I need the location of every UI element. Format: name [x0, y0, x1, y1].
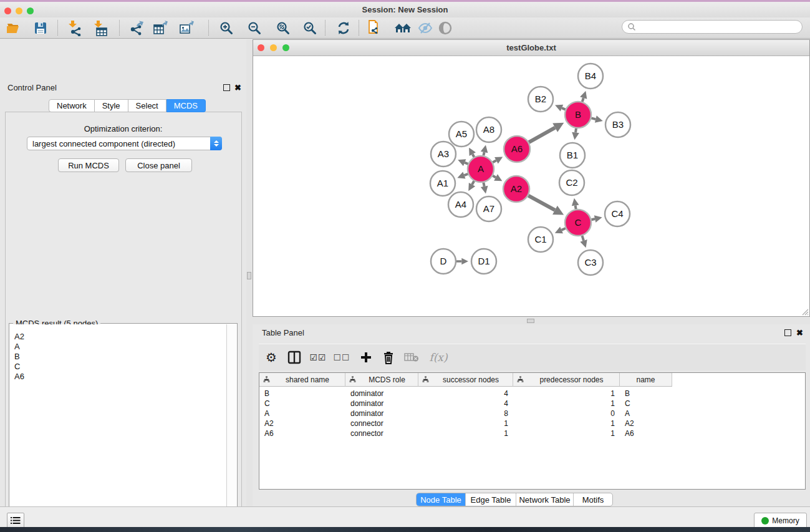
delete-table-button[interactable]	[402, 349, 421, 366]
list-item[interactable]: A	[14, 342, 226, 352]
criterion-dropdown[interactable]: largest connected component (directed)	[27, 137, 222, 150]
vertical-splitter-handle[interactable]	[247, 272, 251, 279]
zoom-traffic-light[interactable]	[282, 44, 289, 51]
zoom-selected-button[interactable]	[301, 19, 319, 37]
zoom-fit-button[interactable]	[274, 19, 292, 37]
graph-edge-C-C3[interactable]	[582, 236, 584, 241]
table-cell[interactable]: dominator	[345, 399, 418, 409]
graph-edge-B-B1[interactable]	[576, 128, 576, 133]
tab-select[interactable]: Select	[128, 99, 166, 112]
float-panel-icon[interactable]	[784, 329, 791, 336]
graph-node-A1[interactable]: A1	[430, 171, 455, 196]
minimize-traffic-light[interactable]	[270, 44, 277, 51]
save-session-button[interactable]	[32, 19, 49, 37]
table-cell[interactable]: 1	[513, 389, 620, 399]
column-header-mcds-role[interactable]: MCDS role	[345, 373, 418, 387]
table-cell[interactable]: A2	[259, 418, 345, 428]
graph-node-C3[interactable]: C3	[578, 250, 603, 275]
table-cell[interactable]: dominator	[345, 389, 418, 399]
tab-style[interactable]: Style	[95, 99, 128, 112]
network-canvas[interactable]: B4B2BB3A8A5A6A3B1AA1C2A2A4A7C4CC1DC3D1	[253, 56, 809, 317]
float-panel-icon[interactable]	[223, 84, 230, 91]
close-panel-button[interactable]: Close panel	[125, 158, 192, 172]
table-cell[interactable]: 4	[418, 389, 513, 399]
zoom-traffic-light[interactable]	[27, 7, 34, 14]
search-field[interactable]	[622, 20, 803, 34]
graph-edge-B-B4[interactable]	[582, 98, 584, 102]
table-cell[interactable]: 1	[418, 418, 513, 428]
graph-node-A2[interactable]: A2	[503, 176, 529, 202]
horizontal-splitter-handle[interactable]	[527, 319, 534, 323]
graph-node-A6[interactable]: A6	[504, 136, 530, 162]
graph-node-C4[interactable]: C4	[605, 201, 630, 226]
graph-node-A4[interactable]: A4	[448, 192, 473, 217]
graph-node-A8[interactable]: A8	[476, 117, 501, 142]
graph-node-D1[interactable]: D1	[471, 249, 496, 274]
graph-node-B4[interactable]: B4	[578, 64, 603, 89]
delete-columns-button[interactable]	[379, 349, 398, 366]
table-cell[interactable]: dominator	[345, 409, 418, 418]
table-row[interactable]: C dominator 4 1 C	[259, 399, 672, 409]
graph-edge-C-C4[interactable]	[591, 219, 595, 220]
table-cell[interactable]: 1	[513, 428, 620, 438]
table-cell[interactable]: B	[620, 389, 672, 399]
select-all-columns-button[interactable]: ☑☑	[309, 349, 327, 366]
column-header-shared-name[interactable]: shared name	[259, 373, 345, 387]
graph-edge-A-A2[interactable]	[493, 176, 496, 178]
table-cell[interactable]: 8	[418, 409, 513, 418]
table-row[interactable]: A6 connector 1 1 A6	[259, 428, 672, 438]
function-builder-button[interactable]: f(x)	[426, 349, 451, 366]
graph-edge-B-B2[interactable]	[562, 108, 566, 109]
mcds-result-list[interactable]: A2 A B C A6	[10, 324, 226, 532]
table-cell[interactable]: connector	[345, 428, 418, 438]
close-traffic-light[interactable]	[258, 44, 264, 51]
network-window-titlebar[interactable]: testGlobe.txt	[253, 40, 809, 56]
tab-network[interactable]: Network	[49, 99, 95, 112]
tab-edge-table[interactable]: Edge Table	[466, 493, 516, 506]
table-cell[interactable]: C	[259, 399, 345, 409]
table-cell[interactable]: 0	[513, 409, 620, 418]
export-image-button[interactable]	[178, 19, 196, 37]
table-row[interactable]: A2 connector 1 1 A2	[259, 418, 672, 428]
list-item[interactable]: A2	[14, 332, 226, 342]
graph-edge-A-A8[interactable]	[483, 152, 484, 155]
close-panel-icon[interactable]: ✖	[796, 329, 803, 336]
graph-edge-A-A6[interactable]	[493, 160, 496, 162]
search-input[interactable]	[636, 22, 794, 32]
table-cell[interactable]: A2	[620, 418, 672, 428]
open-session-button[interactable]	[5, 19, 22, 37]
close-traffic-light[interactable]	[4, 7, 11, 14]
graph-edge-A-A7[interactable]	[483, 183, 484, 186]
graph-edge-C-C2[interactable]	[576, 205, 576, 209]
graph-node-B2[interactable]: B2	[528, 87, 553, 112]
network-from-clipboard-button[interactable]	[366, 19, 383, 37]
graph-node-B[interactable]: B	[565, 102, 591, 128]
graph-edge-C-C1[interactable]	[562, 228, 566, 230]
graph-node-A[interactable]: A	[468, 156, 494, 182]
close-panel-icon[interactable]: ✖	[234, 84, 241, 91]
graph-node-C[interactable]: C	[565, 210, 591, 236]
graph-node-D[interactable]: D	[431, 249, 456, 274]
graph-node-B1[interactable]: B1	[560, 143, 585, 168]
table-row[interactable]: A dominator 8 0 A	[259, 409, 672, 418]
show-tasks-button[interactable]	[7, 513, 24, 528]
show-panel-button[interactable]	[436, 19, 454, 37]
graph-edge-B-B3[interactable]	[591, 118, 595, 119]
table-cell[interactable]: 1	[418, 428, 513, 438]
graph-node-B3[interactable]: B3	[605, 112, 630, 137]
list-item[interactable]: A6	[14, 372, 226, 382]
zoom-out-button[interactable]	[246, 19, 263, 37]
split-columns-button[interactable]	[285, 349, 304, 366]
export-network-button[interactable]	[128, 19, 145, 37]
table-cell[interactable]: 4	[418, 399, 513, 409]
tab-network-table[interactable]: Network Table	[516, 493, 574, 506]
graph-edge-A-A1[interactable]	[464, 174, 468, 175]
resize-grip-icon[interactable]	[801, 308, 809, 316]
table-settings-button[interactable]: ⚙	[262, 349, 281, 366]
table-cell[interactable]: A6	[620, 428, 672, 438]
list-item[interactable]: B	[14, 352, 226, 362]
graph-edge-A2-C[interactable]	[528, 196, 555, 210]
graph-edge-A6-B[interactable]	[529, 128, 555, 143]
hide-panel-button[interactable]	[417, 19, 434, 37]
minimize-traffic-light[interactable]	[16, 7, 22, 14]
